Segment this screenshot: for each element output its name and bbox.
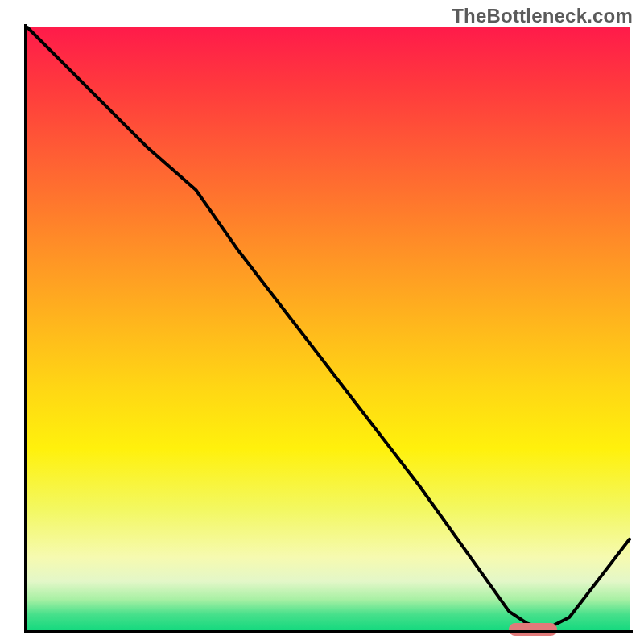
bottleneck-curve: [27, 27, 630, 630]
plot-area: [27, 27, 630, 630]
x-axis: [24, 630, 633, 633]
chart-container: TheBottleneck.com: [0, 0, 644, 644]
watermark-text: TheBottleneck.com: [452, 5, 633, 27]
curve-path: [27, 27, 630, 630]
y-axis: [24, 24, 27, 633]
